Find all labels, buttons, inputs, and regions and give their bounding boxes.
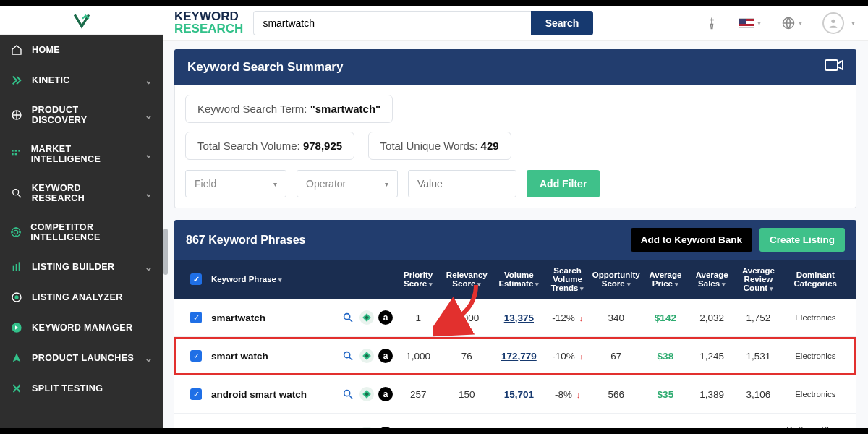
svg-rect-3 [19,150,21,152]
chevron-down-icon: ▾ [278,276,282,284]
keyword-icon [10,187,23,199]
sidebar-item-listing[interactable]: LISTING BUILDER⌄ [0,252,163,282]
col-avg-sales[interactable]: Average Sales▾ [689,271,735,288]
chevron-down-icon: ▾ [580,285,584,292]
amazon-icon[interactable]: a [378,310,393,325]
logo[interactable] [0,6,163,35]
region-selector[interactable]: ▾ [739,18,761,28]
logo-icon [72,11,91,30]
col-priority[interactable]: Priority Score▾ [396,271,441,288]
cell-dominant-cat: Electronics [782,352,849,360]
summary-panel-header: Keyword Search Summary [174,49,856,85]
chevron-down-icon: ⌄ [145,262,153,273]
sidebar-item-label: LISTING ANALYZER [32,292,123,302]
market-icon [10,148,22,160]
sidebar-item-analyzer[interactable]: LISTING ANALYZER [0,282,163,312]
svg-point-6 [13,190,19,195]
cell-trend: -10% ↓ [545,351,590,362]
pin-icon[interactable] [705,17,718,30]
cell-relevancy: 150 [441,389,493,400]
col-dominant-cat: Dominant Categories [782,271,849,288]
col-opportunity[interactable]: Opportunity Score▾ [590,271,642,288]
cell-priority: 257 [396,389,441,400]
add-filter-button[interactable]: Add Filter [527,170,600,197]
col-relevancy[interactable]: Relevancy Score▾ [441,271,493,288]
amazon-icon[interactable]: a [378,387,393,401]
cell-relevancy: 76 [441,351,493,362]
chevron-down-icon: ▾ [535,281,539,288]
filter-value-input[interactable] [408,170,516,197]
cell-volume[interactable]: 13,375 [493,312,545,323]
chevron-down-icon: ▾ [477,281,481,288]
brand-title: KEYWORD RESEARCH [174,11,243,34]
row-checkbox[interactable]: ✓ [190,312,202,323]
summary-panel-body: Keyword Search Term: "smartwatch" Total … [174,85,856,208]
svg-point-18 [344,314,350,320]
chevron-down-icon: ⌄ [145,149,153,160]
cell-opportunity: 340 [590,312,642,323]
avatar-icon [822,12,844,34]
cell-avg-reviews: 1,531 [735,351,781,362]
svg-point-13 [14,295,18,299]
create-listing-button[interactable]: Create Listing [760,228,845,252]
svg-point-8 [14,230,17,234]
row-checkbox[interactable]: ✓ [190,388,202,400]
sidebar-item-home[interactable]: HOME [0,35,163,65]
sidebar-item-kinetic[interactable]: KINETIC⌄ [0,65,163,95]
amazon-icon[interactable]: a [378,427,393,428]
globe-selector[interactable]: ▾ [781,16,802,30]
cell-avg-price: $142 [642,312,689,323]
sidebar-item-keyword[interactable]: KEYWORD RESEARCH⌄ [0,174,163,213]
chevron-down-icon: ▾ [757,19,761,27]
sidebar-item-market[interactable]: MARKET INTELLIGENCE⌄ [0,135,163,174]
sidebar-item-manager[interactable]: KEYWORD MANAGER [0,312,163,343]
cell-dominant-cat: Clothing, Sho… Electronics [782,425,849,428]
search-input[interactable] [253,11,530,35]
cell-priority: 1 [396,312,441,323]
diamond-icon[interactable] [359,387,374,401]
row-checkbox[interactable]: ✓ [190,350,202,362]
sidebar: HOMEKINETIC⌄PRODUCT DISCOVERY⌄MARKET INT… [0,6,163,428]
results-body: ✓smartwatcha11,00013,375-12% ↓340$1422,0… [174,299,856,428]
col-keyword-phrase[interactable]: Keyword Phrase▾ [211,275,338,284]
topbar: KEYWORD RESEARCH Search ▾ ▾ ▾ [163,6,868,41]
diamond-icon[interactable] [359,310,374,325]
cell-opportunity: 566 [590,389,642,400]
profile-menu[interactable]: ▾ [822,12,855,34]
search-button[interactable]: Search [531,11,594,35]
magnifier-icon[interactable] [341,310,355,325]
sidebar-item-launch[interactable]: PRODUCT LAUNCHES⌄ [0,343,163,373]
svg-rect-2 [15,150,17,152]
magnifier-icon[interactable] [341,427,355,428]
cell-volume[interactable]: 172,779 [493,351,545,362]
scrollbar-thumb[interactable] [163,229,168,275]
svg-rect-4 [12,153,14,156]
down-arrow-icon: ↓ [579,352,583,361]
sidebar-item-competitor[interactable]: COMPETITOR INTELLIGENCE [0,213,163,252]
col-trends[interactable]: Search Volume Trends▾ [545,266,590,292]
magnifier-icon[interactable] [341,349,355,363]
col-avg-price[interactable]: Average Price▾ [642,271,689,288]
filter-operator-select[interactable]: Operator▾ [297,170,398,197]
diamond-icon[interactable] [359,427,374,428]
table-row: ✓smartwatcha11,00013,375-12% ↓340$1422,0… [174,299,856,337]
svg-point-19 [344,352,350,358]
sidebar-item-label: PRODUCT DISCOVERY [32,105,136,125]
total-volume-chip: Total Search Volume: 978,925 [185,132,354,160]
cell-volume[interactable]: 15,701 [493,389,545,400]
chevron-down-icon: ▾ [722,281,726,288]
sidebar-item-discovery[interactable]: PRODUCT DISCOVERY⌄ [0,95,163,135]
magnifier-icon[interactable] [341,387,355,401]
col-avg-reviews[interactable]: Average Review Count▾ [735,266,781,292]
filter-field-select[interactable]: Field▾ [185,170,286,197]
add-to-keyword-bank-button[interactable]: Add to Keyword Bank [631,228,752,252]
col-volume[interactable]: Volume Estimate▾ [493,271,545,288]
amazon-icon[interactable]: a [378,349,393,363]
video-help-icon[interactable] [825,58,843,76]
cell-relevancy: 1,000 [441,312,493,323]
sidebar-item-split[interactable]: SPLIT TESTING [0,373,163,404]
select-all-checkbox[interactable]: ✓ [190,273,202,285]
cell-avg-reviews: 3,106 [735,389,781,400]
diamond-icon[interactable] [359,349,374,363]
filter-row: Field▾ Operator▾ Add Filter [185,170,846,197]
